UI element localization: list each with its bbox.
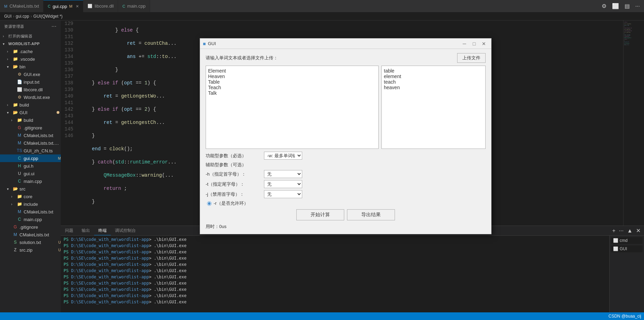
sidebar-item-build[interactable]: › 📁 build xyxy=(0,101,61,109)
j-param-label: -j（禁用首字母）： xyxy=(206,191,261,197)
right-panel-gui[interactable]: ⬜ GUI xyxy=(611,245,643,252)
sidebar-open-editors[interactable]: › 打开的编辑器 xyxy=(0,32,61,40)
cmake-user-icon: M xyxy=(17,141,22,145)
gitignore-label: .gitignore xyxy=(24,125,61,130)
panel-tab-debug[interactable]: 调试控制台 xyxy=(111,226,140,235)
dialog-window-buttons: ─ □ ✕ xyxy=(460,40,488,47)
terminal-line: PS D:\SE\code_with_me\wordlist-app> .\bi… xyxy=(64,287,606,293)
sidebar-item-gitignore[interactable]: G .gitignore xyxy=(0,124,61,132)
cmake-icon3: M xyxy=(17,209,22,214)
more-icon[interactable]: ··· xyxy=(634,2,641,11)
panel-collapse-icon[interactable]: ▲ xyxy=(626,227,633,235)
tab-maincpp[interactable]: C main.cpp xyxy=(118,0,150,12)
breadcrumb-guicpp[interactable]: gui.cpp xyxy=(16,14,29,19)
folder-open-icon: 📂 xyxy=(13,110,18,115)
sidebar-root-label: WORDLIST-APP xyxy=(8,42,61,46)
r-param-radio[interactable] xyxy=(207,201,212,206)
sidebar-item-guicpp[interactable]: C gui.cpp M xyxy=(0,154,61,162)
sidebar-root[interactable]: ▾ WORDLIST-APP xyxy=(0,40,61,48)
output-word-2: element xyxy=(384,74,483,79)
tab-libcore[interactable]: ⬜ libcore.dll xyxy=(83,0,118,12)
sidebar-item-inputtxt[interactable]: 📄 input.txt xyxy=(0,78,61,86)
sidebar-item-wordlistexe[interactable]: ⚙ WordList.exe xyxy=(0,93,61,101)
h-param-label: -h（指定首字母）： xyxy=(206,171,261,177)
func-param-select[interactable]: -w: 最多单词链 -c: 最多字母数 -n: 单词总数 xyxy=(264,152,302,160)
tab-guicpp[interactable]: C gui.cpp M ✕ xyxy=(43,0,83,12)
panel-tab-output[interactable]: 输出 xyxy=(77,226,94,235)
sidebar-item-guih[interactable]: H gui.h xyxy=(0,162,61,170)
sidebar-item-guiui[interactable]: U gui.ui xyxy=(0,170,61,177)
sidebar-item-gui[interactable]: ▾ 📂 GUI xyxy=(0,109,61,116)
start-calc-button[interactable]: 开始计算 xyxy=(296,209,344,220)
t-param-label: -t（指定尾字母）： xyxy=(206,181,261,187)
panel-more-icon[interactable]: ··· xyxy=(618,227,624,235)
dialog-minimize-btn[interactable]: ─ xyxy=(460,40,469,47)
guicpp-label: gui.cpp xyxy=(24,156,55,161)
remote-icon[interactable]: ⚙ xyxy=(600,1,608,11)
panel-expand-icon[interactable]: ✕ xyxy=(635,227,641,235)
sidebar-item-core[interactable]: › 📁 core xyxy=(0,193,61,200)
sidebar-item-cmake4[interactable]: M CMakeLists.txt xyxy=(0,231,61,238)
right-panel-cmd[interactable]: ⬜ cmd xyxy=(611,237,643,244)
h-param-select[interactable]: 无 xyxy=(264,170,302,178)
sidebar-item-build2[interactable]: › 📁 build xyxy=(0,116,61,124)
tab-guicpp-close[interactable]: ✕ xyxy=(76,4,79,9)
dialog-icon: ■ xyxy=(203,41,206,47)
export-results-button[interactable]: 导出结果 xyxy=(347,209,395,220)
j-param-select[interactable]: 无 xyxy=(264,190,302,198)
sidebar-item-guiexe[interactable]: ⚙ GUI.exe xyxy=(0,70,61,78)
breadcrumb-gui[interactable]: GUI xyxy=(4,14,11,19)
sidebar-item-libcoredll[interactable]: ⬜ libcore.dll xyxy=(0,86,61,93)
t-param-select[interactable]: 无 xyxy=(264,180,302,188)
src-folder-icon: 📂 xyxy=(13,186,18,191)
build-arrow: › xyxy=(7,103,11,107)
sidebar-item-maincpp3[interactable]: C main.cpp xyxy=(0,216,61,223)
upload-button[interactable]: 上传文件 xyxy=(457,53,486,63)
split-icon[interactable]: ⬜ xyxy=(611,1,620,11)
wordlistexe-label: WordList.exe xyxy=(24,95,61,100)
build2-label: build xyxy=(24,118,61,123)
src-arrow: ▾ xyxy=(7,187,11,191)
panel-tab-problems[interactable]: 问题 xyxy=(61,226,77,235)
terminal-line: PS D:\SE\code_with_me\wordlist-app> .\bi… xyxy=(64,281,606,287)
panel-add-icon[interactable]: + xyxy=(611,227,616,235)
panel-tab-terminal[interactable]: 终端 xyxy=(94,226,111,235)
sidebar-item-solution[interactable]: S solution.txt U xyxy=(0,238,61,246)
terminal-content[interactable]: PS D:\SE\code_with_me\wordlist-app> .\bi… xyxy=(61,236,609,312)
ui-icon: U xyxy=(17,171,22,176)
sidebar-item-src[interactable]: ▾ 📂 src xyxy=(0,185,61,193)
sidebar-item-cmake-user[interactable]: M CMakeLists.txt.user xyxy=(0,139,61,147)
maincpp2-label: main.cpp xyxy=(24,179,61,184)
cmake4-label: CMakeLists.txt xyxy=(19,232,61,237)
sidebar-item-guizh[interactable]: TS GUI_zh_CN.ts xyxy=(0,147,61,154)
sidebar-item-vscode[interactable]: › 📁 .vscode xyxy=(0,55,61,63)
word-input-textarea[interactable]: Element Heaven Table Teach Talk xyxy=(206,66,379,149)
time-label: 用时：0us xyxy=(206,224,226,229)
sidebar-more-icon[interactable]: ··· xyxy=(51,23,57,30)
breadcrumb-func[interactable]: GUI(QWidget *) xyxy=(33,14,63,19)
zip-icon: Z xyxy=(13,247,18,252)
tab-cmake[interactable]: M CMakeLists.txt xyxy=(0,0,43,12)
guiui-label: gui.ui xyxy=(24,171,61,176)
line-numbers: 129 130 131 132 133 134 135 136 137 138 … xyxy=(61,20,77,226)
sidebar-item-cache[interactable]: › 📁 .cache xyxy=(0,48,61,55)
r-param-row: -r（是否允许环） xyxy=(206,200,486,207)
dialog-maximize-btn[interactable]: □ xyxy=(470,40,479,47)
sidebar-item-cmake3[interactable]: M CMakeLists.txt xyxy=(0,208,61,216)
layout-icon[interactable]: ▤ xyxy=(623,1,631,11)
gui-panel-label: GUI xyxy=(620,246,627,251)
terminal-line: PS D:\SE\code_with_me\wordlist-app> .\bi… xyxy=(64,293,606,300)
sidebar-item-srczip[interactable]: Z src.zip U xyxy=(0,246,61,254)
sidebar-item-maincpp2[interactable]: C main.cpp xyxy=(0,177,61,185)
sidebar-item-gitignore2[interactable]: G .gitignore xyxy=(0,223,61,231)
sidebar-item-bin[interactable]: ▾ 📂 bin xyxy=(0,63,61,70)
sidebar-item-include[interactable]: › 📁 include xyxy=(0,200,61,208)
maincpp3-label: main.cpp xyxy=(24,217,61,222)
dialog-close-btn[interactable]: ✕ xyxy=(479,40,488,47)
open-editors-label: 打开的编辑器 xyxy=(8,34,61,39)
sidebar-item-cmake2[interactable]: M CMakeLists.txt xyxy=(0,132,61,139)
tab-guicpp-label: gui.cpp xyxy=(52,4,67,9)
include-folder-icon: 📁 xyxy=(17,202,22,207)
ts-icon: TS xyxy=(17,148,22,153)
gitignore2-icon: G xyxy=(13,225,18,229)
